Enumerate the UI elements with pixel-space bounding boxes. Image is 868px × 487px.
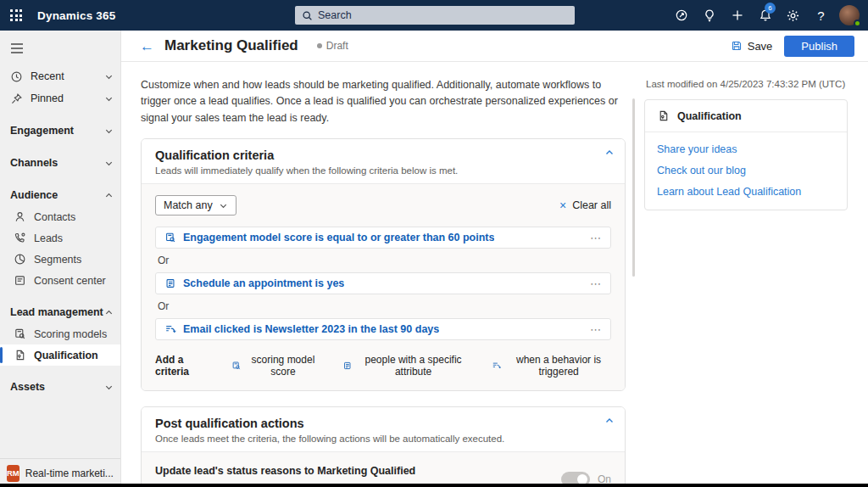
sidebar-item-label: Leads bbox=[34, 232, 63, 244]
sidebar-item-consent-center[interactable]: Consent center bbox=[0, 270, 120, 291]
sidebar-item-recent[interactable]: Recent bbox=[0, 65, 120, 87]
account-avatar[interactable] bbox=[835, 0, 863, 31]
search-input[interactable] bbox=[318, 9, 568, 21]
help-card-title: Qualification bbox=[677, 110, 742, 122]
or-separator: Or bbox=[158, 255, 611, 266]
command-bar: ← Marketing Qualified Draft Save Publish bbox=[121, 31, 868, 61]
clear-all-label: Clear all bbox=[572, 199, 611, 211]
add-criteria-label: Add a criteria bbox=[155, 354, 209, 378]
add-behavior-trigger-button[interactable]: when a behavior is triggered bbox=[492, 354, 611, 378]
notification-count-badge: 6 bbox=[765, 3, 776, 14]
sidebar-item-label: Segments bbox=[34, 254, 81, 266]
match-type-dropdown[interactable]: Match any bbox=[155, 195, 236, 216]
content-scrollbar[interactable] bbox=[632, 98, 635, 277]
sidebar-group-lead-management[interactable]: Lead management bbox=[0, 301, 120, 323]
add-specific-attribute-button[interactable]: people with a specific attribute bbox=[342, 354, 470, 378]
criteria-section-subtitle: Leads will immediately qualify when the … bbox=[155, 165, 611, 176]
last-modified-text: Last modified on 4/25/2023 7:43:32 PM (U… bbox=[646, 79, 851, 89]
sidebar-group-label: Audience bbox=[10, 189, 58, 201]
clear-all-button[interactable]: × Clear all bbox=[559, 199, 611, 211]
global-search-box[interactable] bbox=[295, 6, 575, 25]
save-floppy-icon bbox=[731, 40, 743, 52]
sidebar-item-qualification[interactable]: Qualification bbox=[0, 344, 120, 366]
chevron-down-icon bbox=[219, 201, 228, 210]
lightbulb-icon[interactable] bbox=[695, 0, 723, 31]
sidebar-item-label: Recent bbox=[31, 70, 64, 82]
actions-section-body: Update lead's status reasons to Marketin… bbox=[142, 451, 625, 487]
settings-gear-icon[interactable] bbox=[779, 0, 807, 31]
collapse-section-icon[interactable] bbox=[604, 148, 615, 158]
right-info-panel: Last modified on 4/25/2023 7:43:32 PM (U… bbox=[644, 77, 851, 487]
add-option-label: scoring model score bbox=[246, 354, 320, 378]
window-bottom-edge bbox=[0, 484, 868, 487]
sidebar-group-engagement[interactable]: Engagement bbox=[0, 120, 120, 142]
learn-lead-qualification-link[interactable]: Learn about Lead Qualification bbox=[657, 186, 835, 198]
qualification-help-card: Qualification Share your ideas Check out… bbox=[644, 99, 848, 210]
criteria-row-email-clicked[interactable]: Email clicked is Newsletter 2023 in the … bbox=[155, 318, 611, 340]
scoring-model-icon bbox=[231, 360, 241, 372]
qualification-icon bbox=[14, 349, 26, 361]
sidebar-item-contacts[interactable]: Contacts bbox=[0, 206, 120, 227]
add-scoring-model-score-button[interactable]: scoring model score bbox=[231, 354, 320, 378]
chevron-down-icon bbox=[104, 159, 114, 168]
publish-button[interactable]: Publish bbox=[784, 36, 854, 57]
share-ideas-link[interactable]: Share your ideas bbox=[657, 143, 835, 155]
add-criteria-row: Add a criteria scoring model score peopl… bbox=[155, 354, 611, 378]
sidebar-item-pinned[interactable]: Pinned bbox=[0, 87, 120, 109]
chevron-up-icon bbox=[104, 191, 114, 200]
scoring-model-icon bbox=[14, 327, 26, 340]
save-button[interactable]: Save bbox=[731, 40, 773, 53]
save-label: Save bbox=[748, 40, 773, 53]
criteria-row-engagement-score[interactable]: Engagement model score is equal to or gr… bbox=[155, 227, 611, 249]
sidebar-group-audience[interactable]: Audience bbox=[0, 184, 120, 206]
more-options-icon[interactable]: ⋯ bbox=[590, 327, 602, 332]
phone-icon bbox=[14, 232, 26, 244]
clock-icon bbox=[10, 70, 23, 83]
sidebar-scroll-area: Recent Pinned Engagement Channels bbox=[0, 31, 120, 458]
behavior-trigger-icon bbox=[164, 323, 176, 335]
status-dot-icon bbox=[317, 43, 322, 48]
collapse-sitemap-icon[interactable] bbox=[0, 37, 120, 65]
site-map-sidebar: Recent Pinned Engagement Channels bbox=[0, 31, 121, 487]
chevron-down-icon bbox=[104, 94, 114, 104]
top-navigation-bar: Dynamics 365 6 ? bbox=[0, 0, 868, 31]
chevron-up-icon bbox=[104, 308, 114, 317]
criteria-section-body: Match any × Clear all Engageme bbox=[142, 183, 625, 390]
notifications-bell-icon[interactable]: 6 bbox=[751, 0, 779, 31]
search-icon bbox=[302, 10, 313, 21]
match-type-value: Match any bbox=[164, 199, 213, 211]
chevron-down-icon bbox=[104, 72, 114, 81]
app-window: Dynamics 365 6 ? bbox=[0, 0, 868, 487]
status-badge: Draft bbox=[317, 40, 348, 52]
more-options-icon[interactable]: ⋯ bbox=[590, 282, 602, 286]
collapse-section-icon[interactable] bbox=[604, 416, 615, 426]
presence-available-dot bbox=[854, 20, 861, 27]
add-icon[interactable] bbox=[723, 0, 751, 31]
sidebar-item-leads[interactable]: Leads bbox=[0, 227, 120, 249]
waffle-icon bbox=[10, 9, 22, 21]
app-launcher-waffle-icon[interactable] bbox=[0, 0, 32, 31]
sidebar-item-segments[interactable]: Segments bbox=[0, 249, 120, 270]
or-separator: Or bbox=[158, 300, 611, 312]
insights-icon[interactable] bbox=[667, 0, 695, 31]
sidebar-item-scoring-models[interactable]: Scoring models bbox=[0, 323, 120, 344]
criteria-row-appointment[interactable]: Schedule an appointment is yes ⋯ bbox=[155, 272, 611, 294]
pie-chart-icon bbox=[14, 253, 26, 266]
chevron-down-icon bbox=[104, 383, 114, 392]
actions-section-header: Post qualification actions Once leads me… bbox=[142, 407, 625, 451]
help-icon[interactable]: ? bbox=[807, 0, 835, 31]
blog-link[interactable]: Check out our blog bbox=[657, 165, 835, 176]
sidebar-group-assets[interactable]: Assets bbox=[0, 376, 120, 398]
action-title: Update lead's status reasons to Marketin… bbox=[155, 465, 544, 477]
app-title[interactable]: Dynamics 365 bbox=[37, 9, 115, 22]
consent-document-icon bbox=[14, 274, 26, 287]
criteria-text: Engagement model score is equal to or gr… bbox=[183, 232, 494, 244]
environment-switcher[interactable]: RM Real-time marketi... bbox=[0, 458, 120, 487]
sidebar-item-label: Consent center bbox=[34, 275, 106, 287]
more-options-icon[interactable]: ⋯ bbox=[590, 236, 602, 240]
topbar-actions: 6 ? bbox=[667, 0, 863, 31]
actions-section-title: Post qualification actions bbox=[155, 417, 611, 430]
back-arrow-icon[interactable]: ← bbox=[140, 39, 154, 53]
sidebar-item-label: Scoring models bbox=[34, 328, 107, 340]
sidebar-group-channels[interactable]: Channels bbox=[0, 152, 120, 174]
